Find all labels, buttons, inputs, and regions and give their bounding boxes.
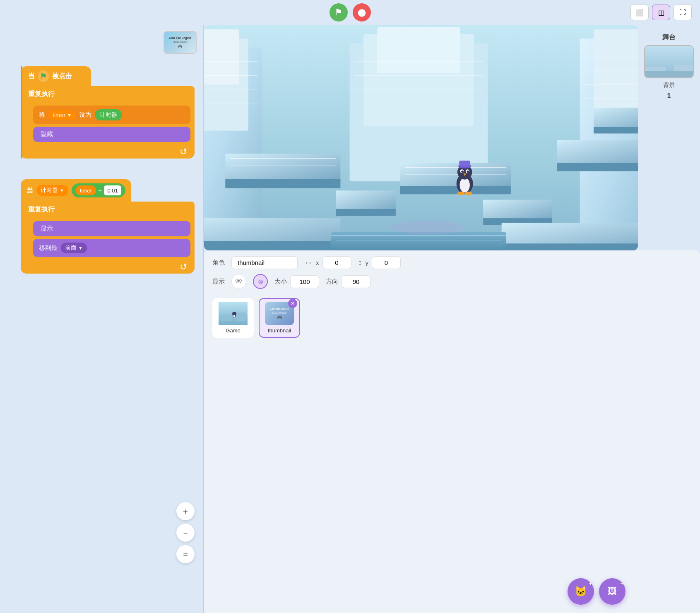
loop-inner-1: 将 timer ▼ 设为 计时器 隐藏 <box>21 102 195 145</box>
zoom-out-button[interactable]: － <box>176 524 195 542</box>
sprites-list: Game 2.5D Tile Engine LEVEL MAKER 🎮 ✕ <box>212 295 692 341</box>
svg-rect-32 <box>336 190 396 211</box>
x-input[interactable] <box>322 256 351 269</box>
eye-crossed-icon: ⊗ <box>258 278 263 286</box>
eye-visible-button[interactable]: 👁 <box>231 274 246 289</box>
view-side-button[interactable]: ◫ <box>652 5 670 20</box>
var-name: timer <box>53 112 65 118</box>
top-toolbar: ⚑ ⬤ ⬜ ◫ ⛶ <box>0 0 700 25</box>
y-label: y <box>366 259 369 266</box>
svg-point-65 <box>233 315 236 318</box>
svg-rect-16 <box>377 27 460 73</box>
var-dropdown-timer2[interactable]: 计时器 ▼ <box>36 185 68 196</box>
view-fullscreen-button[interactable]: ⛶ <box>674 5 692 20</box>
set-var-block[interactable]: 将 timer ▼ 设为 计时器 <box>33 106 190 124</box>
sprite-thumb-image: 2.5D Tile Engine LEVEL MAKER 🎮 <box>164 32 196 53</box>
add-background-fab[interactable]: 🖼 + <box>599 578 625 605</box>
view-side-icon: ◫ <box>658 9 664 17</box>
timer-var: 计时器 <box>41 187 58 194</box>
zoom-in-icon: ＋ <box>181 506 190 517</box>
value-timer-block[interactable]: 计时器 <box>95 109 122 120</box>
svg-rect-31 <box>594 127 638 134</box>
sprite-name-input[interactable] <box>231 256 298 269</box>
bg-count: 1 <box>667 92 671 100</box>
svg-point-43 <box>391 221 465 234</box>
hat-when-label: 当 <box>28 72 35 81</box>
svg-rect-34 <box>483 200 552 221</box>
show-label: 显示 <box>41 225 53 232</box>
svg-rect-40 <box>331 232 506 250</box>
block-group-1: 当 ⚑ 被点击 重复执行 将 timer <box>21 66 195 159</box>
delete-thumbnail-badge[interactable]: ✕ <box>288 299 297 308</box>
green-flag-button[interactable]: ⚑ <box>330 3 348 22</box>
layer-dropdown[interactable]: 前面 ▼ <box>61 243 87 253</box>
eye-icon: 👁 <box>235 277 243 286</box>
y-input[interactable] <box>372 256 401 269</box>
layer-label: 前面 <box>65 244 77 252</box>
hide-label: 隐藏 <box>41 130 53 137</box>
hat-block-condition[interactable]: 当 计时器 ▼ timer + 0.01 <box>21 179 131 202</box>
direction-input[interactable] <box>342 275 370 288</box>
block-group-2: 当 计时器 ▼ timer + 0.01 <box>21 179 195 274</box>
game-sprite-svg <box>219 302 248 325</box>
hat-flag-icon: ⚑ <box>38 70 49 82</box>
stage-background-thumbnail[interactable] <box>644 45 694 78</box>
view-split-icon: ⬜ <box>635 9 644 17</box>
set-prefix: 将 <box>39 111 45 119</box>
show-block[interactable]: 显示 <box>33 221 190 236</box>
svg-rect-33 <box>336 209 396 216</box>
hat-clicked-label: 被点击 <box>52 72 72 81</box>
coord-x-group: ↔ x <box>304 256 351 269</box>
code-sprite-thumbnail: 2.5D Tile Engine LEVEL MAKER 🎮 <box>164 31 197 54</box>
flag-icon: ⚑ <box>334 7 343 18</box>
size-label: 大小 <box>274 278 287 286</box>
direction-group: 方向 <box>326 275 370 288</box>
loop-inner-2: 显示 移到最 前面 ▼ <box>21 218 195 260</box>
zoom-fit-icon: = <box>183 550 188 559</box>
game-scene-svg <box>204 25 638 250</box>
svg-rect-21 <box>225 179 340 188</box>
view-split-button[interactable]: ⬜ <box>630 5 649 20</box>
add-bg-plus: + <box>621 580 624 587</box>
bg-label: 背景 <box>663 82 675 89</box>
var-dropdown-timer[interactable]: timer ▼ <box>48 110 76 120</box>
stage-title: 舞台 <box>662 33 676 42</box>
toolbar-right: ⬜ ◫ ⛶ <box>630 5 692 20</box>
sprite-game-label: Game <box>226 327 240 334</box>
loop-arrow-2: ↺ <box>180 262 187 272</box>
repeat-block-2[interactable]: 重复执行 <box>21 202 195 218</box>
svg-rect-30 <box>594 108 638 128</box>
move-front-block[interactable]: 移到最 前面 ▼ <box>33 239 190 257</box>
repeat-block[interactable]: 重复执行 <box>21 86 195 102</box>
info-panel: 角色 ↔ x ↕ y 显示 👁 <box>204 250 700 613</box>
main-layout: 2.5D Tile Engine LEVEL MAKER 🎮 当 ⚑ 被点击 <box>0 25 700 613</box>
loop-end-cap-1: ↺ <box>21 145 195 159</box>
svg-rect-25 <box>400 186 511 194</box>
plus-symbol: + <box>99 188 102 194</box>
repeat-label-2: 重复执行 <box>28 206 55 213</box>
zoom-in-button[interactable]: ＋ <box>176 502 195 520</box>
hat-block-flag[interactable]: 当 ⚑ 被点击 <box>21 66 91 86</box>
timer-dropdown-arrow: ▼ <box>60 188 64 193</box>
cat-icon: 🐱 <box>575 586 587 597</box>
when-label-2: 当 <box>26 186 33 195</box>
sprite-card-thumbnail[interactable]: 2.5D Tile Engine LEVEL MAKER 🎮 ✕ thumbna… <box>259 298 300 338</box>
size-input[interactable] <box>290 275 319 288</box>
hide-block[interactable]: 隐藏 <box>33 127 190 142</box>
set-infix: 设为 <box>79 111 91 119</box>
bg-icon: 🖼 <box>608 586 617 597</box>
move-prefix: 移到最 <box>39 244 58 252</box>
stop-button[interactable]: ⬤ <box>353 3 371 22</box>
view-full-icon: ⛶ <box>679 9 686 16</box>
svg-rect-20 <box>225 154 340 181</box>
zoom-fit-button[interactable]: = <box>176 545 195 563</box>
add-sprite-fab[interactable]: 🐱 + <box>568 578 594 605</box>
num-input[interactable]: 0.01 <box>104 185 121 195</box>
stage-row: 舞台 背景 <box>204 25 700 250</box>
sprite-card-game[interactable]: Game <box>212 298 254 338</box>
size-group: 大小 <box>274 275 319 288</box>
condition-block: timer + 0.01 <box>72 183 125 197</box>
thumbnail-img-container: 2.5D Tile Engine LEVEL MAKER 🎮 ✕ <box>265 302 294 325</box>
sprite-label: 角色 <box>212 259 225 267</box>
eye-hidden-button[interactable]: ⊗ <box>253 274 268 289</box>
